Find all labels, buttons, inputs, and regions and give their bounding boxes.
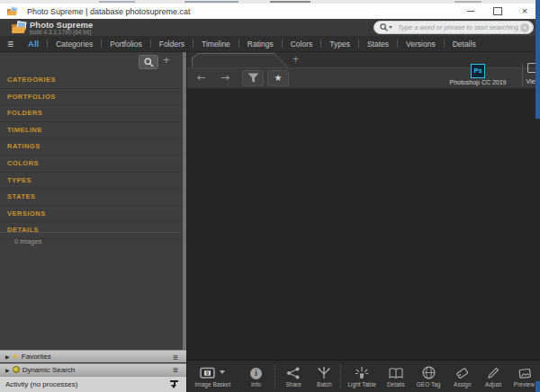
geo-tag-globe-icon [422, 366, 436, 379]
maximize-icon [493, 7, 502, 15]
assign-button[interactable]: Assign [446, 361, 478, 392]
tab-folders[interactable]: Folders [155, 36, 189, 51]
geo-tag-label: GEO Tag [417, 381, 441, 388]
adjust-pen-icon [487, 367, 500, 379]
tab-separator [101, 40, 102, 48]
open-with-photoshop-button[interactable]: Ps Photoshop CC 2019 [439, 60, 517, 85]
batch-button[interactable]: Batch [310, 361, 338, 392]
window-controls: × [457, 4, 538, 19]
tab-all[interactable]: All [23, 36, 43, 51]
tab-types[interactable]: Types [325, 36, 355, 51]
sidebar-item-states[interactable]: STATES [0, 189, 183, 206]
app-logo-icon [7, 7, 17, 15]
image-count: 0 images [14, 237, 41, 245]
tab-separator [444, 40, 445, 48]
tab-categories[interactable]: Categories [51, 36, 97, 51]
close-button[interactable]: × [511, 4, 538, 19]
dynamic-search-label: Dynamic Search [22, 366, 76, 374]
light-table-button[interactable]: Light Table [343, 361, 382, 392]
add-tab-button[interactable]: + [292, 53, 299, 66]
sidebar-item-ratings[interactable]: RATINGS [0, 138, 183, 156]
share-label: Share [285, 381, 301, 388]
geo-tag-button[interactable]: GEO Tag [410, 361, 446, 392]
toolbar-separator [522, 63, 523, 86]
tab-details[interactable]: Details [448, 36, 481, 51]
activity-bar[interactable]: Activity (no processes) [0, 376, 186, 392]
sidebar-add-button[interactable]: + [163, 53, 170, 67]
sliver-smudge [99, 1, 135, 3]
thumbnail-canvas[interactable] [187, 88, 540, 360]
tab-versions[interactable]: Versions [401, 36, 440, 51]
sidebar-item-folders[interactable]: FOLDERS [0, 105, 183, 122]
batch-label: Batch [317, 381, 332, 388]
tab-states[interactable]: States [363, 36, 393, 51]
sidebar-item-versions[interactable]: VERSIONS [0, 206, 183, 223]
bottom-toolbar: 0 Image Basket i Info Share [187, 360, 540, 392]
favorites-menu-icon[interactable]: ≡ [173, 351, 178, 363]
image-basket-icon: 0 [200, 366, 217, 379]
sliver-smudge [184, 1, 238, 3]
sidebar-divider [0, 232, 183, 233]
search-input[interactable] [396, 22, 520, 32]
sidebar-item-categories[interactable]: CATEGORIES [0, 72, 183, 89]
clear-search-icon[interactable]: × [520, 23, 529, 32]
minimize-icon [467, 11, 474, 12]
toolbar-group-separator [340, 365, 342, 388]
assign-tag-icon [454, 367, 470, 379]
details-label: Details [387, 381, 405, 388]
details-button[interactable]: Details [382, 361, 410, 392]
expand-arrow-icon[interactable]: ▶ [5, 367, 10, 373]
basket-dropdown-icon[interactable] [220, 370, 225, 374]
favorites-label: Favorites [22, 352, 51, 361]
preview-label: Preview [514, 381, 535, 388]
app-header: Photo Supreme build 4.3.1.1790 (64 bit) … [0, 19, 540, 36]
photo-supreme-window: Photo Supreme | database photosupreme.ca… [0, 0, 540, 392]
maximize-button[interactable] [484, 4, 511, 19]
title-bar: Photo Supreme | database photosupreme.ca… [0, 4, 540, 20]
sidebar-item-colors[interactable]: COLORS [0, 156, 183, 173]
light-table-icon [355, 366, 369, 379]
menu-hamburger-icon[interactable]: ≡ [7, 39, 14, 49]
details-book-icon [389, 368, 403, 379]
info-label: Info [251, 381, 261, 388]
sidebar-item-portfolios[interactable]: PORTFOLIOS [0, 89, 183, 106]
activity-label: Activity (no processes) [5, 380, 77, 388]
sidebar-item-types[interactable]: TYPES [0, 173, 183, 190]
star-rating-button[interactable]: ★ [267, 70, 289, 86]
expand-arrow-icon[interactable]: ▶ [5, 353, 10, 360]
search-icon [380, 23, 388, 31]
tab-colors[interactable]: Colors [286, 36, 318, 51]
tab-timeline[interactable]: Timeline [197, 36, 235, 51]
minimize-button[interactable] [457, 4, 484, 19]
tab-portfolios[interactable]: Portfolios [105, 36, 146, 51]
dynamic-search-panel-header[interactable]: ▶ Dynamic Search ≡ [0, 363, 186, 376]
share-button[interactable]: Share [277, 361, 310, 392]
tab-separator [358, 40, 359, 48]
batch-icon [317, 367, 331, 379]
star-icon: ★ [274, 74, 283, 83]
sidebar-search-button[interactable] [139, 55, 158, 69]
forward-button[interactable]: → [220, 71, 230, 84]
tab-separator [320, 40, 321, 48]
tab-separator [397, 40, 398, 48]
filter-funnel-icon [248, 73, 259, 84]
dynamic-search-icon [13, 366, 20, 373]
info-button[interactable]: i Info [238, 361, 274, 392]
content-toolbar: ← → ★ Ps Photoshop CC 2019 View [187, 67, 540, 88]
filter-button[interactable] [242, 70, 264, 86]
sliver-smudge [454, 1, 482, 3]
tab-ratings[interactable]: Ratings [243, 36, 278, 51]
adjust-button[interactable]: Adjust [478, 361, 508, 392]
sliver-smudge [270, 1, 310, 3]
dynamic-search-menu-icon[interactable]: ≡ [173, 364, 178, 377]
collection-tab[interactable] [192, 53, 288, 67]
tab-separator [238, 40, 239, 48]
global-search-box[interactable]: × [374, 21, 534, 34]
image-basket-button[interactable]: 0 Image Basket [187, 361, 238, 392]
toolbar-group-separator [274, 365, 276, 388]
favorites-panel-header[interactable]: ▶ ★ Favorites ≡ [0, 350, 186, 362]
search-scope-dropdown-icon[interactable] [389, 26, 392, 29]
sidebar-item-timeline[interactable]: TIMELINE [0, 122, 183, 139]
back-button[interactable]: ← [197, 71, 206, 84]
desktop-edge [536, 381, 540, 392]
